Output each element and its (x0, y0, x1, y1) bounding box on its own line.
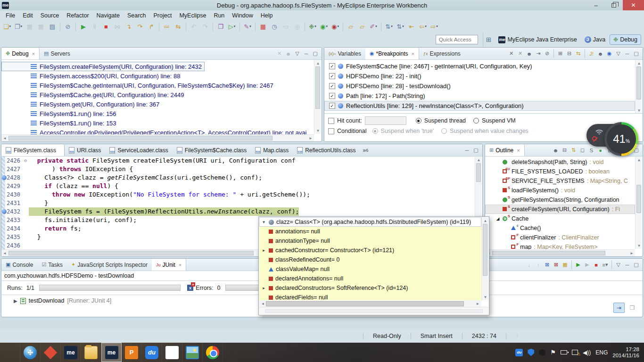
panel-btn-sort[interactable]: ⇅ (569, 146, 578, 155)
variable-row[interactable]: ▸cachedConstructor= Constructor<T> (id=1… (259, 246, 481, 255)
panel-btn-previous-failed-test[interactable]: ↑ (534, 260, 543, 269)
network-icon[interactable]: ⚠ (572, 350, 578, 355)
panel-btn-next-failed-test[interactable]: ↓ (525, 260, 534, 269)
scroll-up-arrow[interactable]: ▲ (482, 217, 489, 224)
tab-breakpoints[interactable]: ◉*Breakpoints (365, 48, 419, 59)
toolbar-new-wizard[interactable]: ❐▾ (13, 21, 24, 32)
scroll-left-arrow[interactable]: ◄ (259, 300, 266, 307)
panel-btn-focus[interactable]: ☻ (551, 146, 560, 155)
panel-btn-maximize[interactable]: ▢ (632, 260, 641, 269)
toolbar-external-tools[interactable]: ▷▾ (227, 21, 237, 32)
tab-close-icon[interactable] (412, 51, 414, 57)
suspend-vm-radio[interactable] (473, 118, 479, 123)
editor-tab-filesystemclass[interactable]: 010FileSystem.class (1, 144, 65, 156)
breakpoint-marker[interactable] (2, 209, 7, 214)
panel-btn-rerun-test[interactable]: ▶ (574, 260, 583, 269)
menu-project[interactable]: Project (150, 11, 176, 20)
popup-hscrollbar[interactable]: ◄ ► (259, 300, 481, 307)
toolbar-disconnect[interactable]: ⋈ (112, 21, 123, 32)
scroll-up-arrow[interactable]: ▲ (475, 156, 482, 163)
menu-file[interactable]: File (2, 11, 19, 20)
menu-refactor[interactable]: Refactor (63, 11, 92, 20)
stack-frame[interactable]: FileSystem$1.run() line: 156 (1, 109, 314, 118)
stack-frame[interactable]: FileSystem.access$200(URI, Configuration… (1, 71, 314, 81)
editor-tab-filesystemcacheclass[interactable]: 010FileSystem$Cache.class (173, 144, 251, 156)
outline-hscrollbar[interactable]: ◄ ► (485, 249, 635, 256)
scroll-right-arrow[interactable]: ► (307, 135, 314, 142)
suspend-when-true-radio[interactable] (372, 128, 378, 134)
variable-row[interactable]: declaredFields= null (259, 293, 481, 300)
panel-btn-remove-breakpoint[interactable]: ✕ (507, 49, 516, 58)
restore-button[interactable] (605, 0, 623, 10)
menu-run[interactable]: Run (210, 11, 228, 20)
debug-vscrollbar[interactable]: ▲ ▼ (314, 60, 321, 134)
outline-item[interactable]: SFSERVICE_FILE_SYSTEMS : Map<String, C (485, 176, 635, 186)
tray-app-icon[interactable] (539, 349, 545, 356)
panel-btn-maximize[interactable]: ▢ (311, 49, 320, 58)
panel-btn-show-breakpoints-supported[interactable]: ☻ (525, 49, 534, 58)
panel-btn-view-menu[interactable]: ▽ (614, 260, 623, 269)
tab-servers[interactable]: ▤Servers (40, 48, 74, 59)
toolbar-undo[interactable]: ↶ (189, 21, 199, 32)
variable-row[interactable]: annotationType= null (259, 236, 481, 246)
menu-myeclipse[interactable]: MyEclipse (175, 11, 210, 20)
toolbar-profile-launch[interactable]: ◉▾ (330, 21, 340, 32)
toolbar-forward[interactable]: ⇨▾ (429, 21, 439, 32)
breakpoint-row[interactable]: ✓ReflectionUtils [line: 129] - newInstan… (324, 101, 635, 111)
stack-frame[interactable]: FileSystem.createFileSystem(URI, Configu… (1, 62, 205, 71)
clock[interactable]: 17:28 2014/11/16 (612, 346, 639, 359)
toolbar-run-launch[interactable]: ◉▾ (319, 21, 329, 32)
scroll-down-arrow[interactable]: ▼ (636, 242, 643, 249)
code-line[interactable]: 2432 FileSystem fs = (FileSystem)Reflect… (1, 207, 475, 216)
taskbar-chrome[interactable] (203, 343, 223, 362)
toolbar-back[interactable]: ⇦▾ (418, 21, 428, 32)
tab-debug[interactable]: ❉Debug (1, 48, 40, 59)
variable-row[interactable]: classValueMap= null (259, 264, 481, 274)
taskbar-git[interactable] (41, 343, 61, 362)
outline-item[interactable]: FclientFinalizer : ClientFinalizer (485, 233, 635, 242)
tab-junit[interactable]: JuJUnit (152, 259, 186, 271)
scroll-right-arrow[interactable]: ► (474, 300, 481, 307)
editor-tab-reflectionutilsclass[interactable]: 010ReflectionUtils.class (293, 144, 360, 156)
tab-outline[interactable]: ⊞Outline (485, 144, 525, 156)
panel-btn-stop-test[interactable]: ■ (592, 260, 601, 269)
panel-btn-scroll-lock[interactable]: ▦ (561, 260, 570, 269)
toolbar-save-all[interactable]: ▦ (36, 21, 46, 32)
taskbar-start[interactable] (0, 343, 20, 362)
pin-view-button[interactable]: ⇥ (613, 303, 625, 313)
toolbar-step-over[interactable]: ↷ (135, 21, 145, 32)
breakpoint-row[interactable]: ✓HDFSDemo [line: 22] - init() (324, 71, 635, 81)
stack-frame[interactable]: FileSystem$Cache.get(URI, Configuration)… (1, 90, 314, 99)
tab-overflow-chevron[interactable]: »6 (360, 144, 372, 156)
scroll-thumb[interactable] (8, 136, 272, 140)
breakpoints-vscrollbar[interactable]: ▲ ▼ (635, 60, 642, 114)
tab-close-icon[interactable] (179, 262, 182, 268)
breakpoint-checkbox[interactable]: ✓ (329, 83, 335, 89)
outline-item[interactable]: Fmap : Map<Key, FileSystem> (485, 242, 635, 249)
scroll-left-arrow[interactable]: ◄ (1, 135, 8, 142)
tab-javascriptscriptsinspector[interactable]: ✦JavaScript Scripts Inspector (67, 259, 152, 271)
tab-close-icon[interactable] (517, 148, 520, 153)
scroll-down-arrow[interactable]: ▼ (482, 294, 489, 300)
code-line[interactable]: 2426⊖ private static FileSystem createFi… (1, 156, 475, 165)
editor-tab-mapclass[interactable]: 010Map.class (251, 144, 293, 156)
test-name[interactable]: testDownload (29, 297, 65, 304)
panel-btn-expand-all[interactable]: ⊞ (556, 49, 565, 58)
panel-btn-link-with-debug[interactable]: ⇆ (574, 49, 583, 58)
scroll-down-arrow[interactable]: ▼ (636, 107, 643, 114)
toolbar-scheduler[interactable]: ◷ (269, 21, 280, 32)
menu-window[interactable]: Window (228, 11, 256, 20)
toolbar-suspend[interactable]: Ⅱ (90, 21, 100, 32)
breakpoint-marker[interactable] (2, 175, 7, 180)
toolbar-run-to-line[interactable]: ≔ (162, 21, 172, 32)
taskbar-photo-viewer[interactable] (182, 343, 203, 362)
outline-expander-icon[interactable]: ◢ (495, 216, 500, 221)
toolbar-palette[interactable]: ▦ (258, 21, 268, 32)
code-line[interactable]: 2430 throw new IOException("No FileSyste… (1, 190, 475, 199)
close-button[interactable]: ✕ (623, 0, 644, 10)
panel-btn-test-history[interactable]: ≡▾ (601, 260, 610, 269)
volume-icon[interactable]: ◀)) (583, 349, 591, 356)
editor-tab-serviceloaderclass[interactable]: 010ServiceLoader.class (105, 144, 172, 156)
breakpoint-checkbox[interactable]: ✓ (329, 93, 335, 99)
stack-frame[interactable]: FileSystem.get(URI, Configuration) line:… (1, 99, 314, 109)
